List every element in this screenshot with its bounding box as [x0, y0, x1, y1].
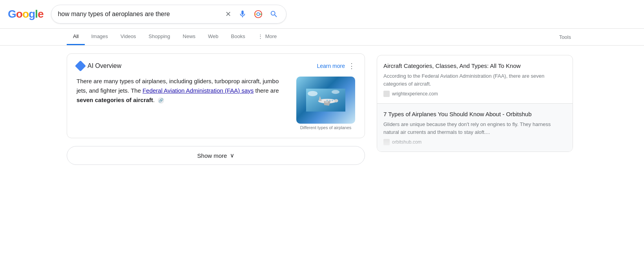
more-dots-icon: ⋮: [258, 33, 263, 39]
more-options-icon[interactable]: ⋮: [348, 62, 355, 70]
learn-more-link[interactable]: Learn more: [317, 63, 345, 69]
lens-button[interactable]: [252, 8, 264, 20]
lens-icon: [254, 10, 263, 18]
source-snippet-2: Gliders are unique because they don't re…: [383, 121, 566, 136]
header: Google ✕: [0, 0, 644, 29]
source-title-2[interactable]: 7 Types of Airplanes You Should Know Abo…: [383, 110, 566, 118]
svg-rect-13: [329, 100, 330, 101]
main-content: AI Overview Learn more ⋮ There are many …: [0, 46, 644, 173]
domain-favicon-1: [383, 91, 390, 97]
ai-overview-card: AI Overview Learn more ⋮ There are many …: [67, 53, 365, 138]
tab-news[interactable]: News: [177, 29, 202, 45]
google-logo[interactable]: Google: [8, 8, 43, 20]
airplane-image[interactable]: [296, 77, 355, 124]
citation-link-icon[interactable]: 🔗: [158, 97, 164, 104]
search-icon-group: ✕: [224, 8, 280, 20]
voice-search-button[interactable]: [237, 8, 248, 20]
tab-images[interactable]: Images: [85, 29, 114, 45]
svg-point-5: [308, 91, 317, 96]
ai-title-row: AI Overview: [77, 62, 121, 70]
logo-letter-o1: o: [16, 8, 22, 20]
source-snippet-1: According to the Federal Aviation Admini…: [383, 72, 566, 88]
logo-letter-g2: g: [29, 8, 35, 20]
svg-rect-14: [332, 100, 333, 101]
ai-text-part3: .: [153, 97, 155, 103]
ai-overview-header: AI Overview Learn more ⋮: [77, 62, 355, 70]
tabs-right: Tools: [553, 29, 577, 45]
left-panel: AI Overview Learn more ⋮ There are many …: [67, 53, 365, 165]
source-item-1: Aircraft Categories, Classes, And Types:…: [377, 55, 573, 104]
ai-overview-title: AI Overview: [88, 62, 121, 69]
source-title-1[interactable]: Aircraft Categories, Classes, And Types:…: [383, 62, 566, 70]
search-input[interactable]: [58, 11, 220, 18]
svg-point-6: [332, 90, 339, 94]
svg-rect-12: [327, 100, 328, 101]
tab-all[interactable]: All: [67, 29, 85, 45]
right-panel: Aircraft Categories, Classes, And Types:…: [377, 53, 573, 165]
logo-letter-g: G: [8, 8, 16, 20]
domain-name-2: orbitshub.com: [392, 139, 421, 145]
ai-overview-content: There are many types of airplanes, inclu…: [77, 77, 355, 130]
source-domain-1: wrightexperience.com: [383, 91, 566, 97]
search-button[interactable]: [268, 8, 280, 20]
show-more-label: Show more: [197, 152, 227, 159]
logo-letter-o2: o: [22, 8, 29, 20]
ai-overview-text: There are many types of airplanes, inclu…: [77, 77, 288, 130]
domain-favicon-2: [383, 139, 390, 145]
faa-link[interactable]: Federal Aviation Administration (FAA) sa…: [142, 87, 254, 94]
tab-shopping[interactable]: Shopping: [142, 29, 177, 45]
logo-letter-e: e: [38, 8, 44, 20]
ai-text-part2: there are: [254, 87, 279, 94]
clear-button[interactable]: ✕: [224, 8, 233, 20]
ai-overview-actions: Learn more ⋮: [317, 62, 355, 70]
tab-more[interactable]: ⋮ More: [252, 29, 283, 45]
tab-web[interactable]: Web: [202, 29, 225, 45]
search-icon: [270, 10, 278, 18]
tab-videos[interactable]: Videos: [114, 29, 142, 45]
ai-image-container: Different types of airplanes: [296, 77, 355, 130]
source-cards: Aircraft Categories, Classes, And Types:…: [377, 55, 573, 152]
ai-bold-text: seven categories of aircraft: [77, 97, 153, 103]
chevron-down-icon: ∨: [230, 152, 234, 159]
svg-point-8: [334, 99, 338, 102]
source-domain-2: orbitshub.com: [383, 139, 566, 145]
tab-books[interactable]: Books: [225, 29, 252, 45]
domain-name-1: wrightexperience.com: [392, 91, 438, 97]
microphone-icon: [238, 10, 247, 18]
airplane-svg: [306, 88, 345, 112]
ai-diamond-icon: [75, 60, 86, 71]
show-more-button[interactable]: Show more ∨: [67, 146, 365, 165]
search-tabs: All Images Videos Shopping News Web Book…: [0, 29, 644, 46]
svg-point-1: [257, 13, 260, 15]
search-bar: ✕: [51, 5, 286, 24]
image-caption: Different types of airplanes: [296, 125, 355, 130]
tools-button[interactable]: Tools: [553, 29, 577, 45]
source-item-2: 7 Types of Airplanes You Should Know Abo…: [377, 104, 573, 152]
logo-letter-l: l: [35, 8, 38, 20]
